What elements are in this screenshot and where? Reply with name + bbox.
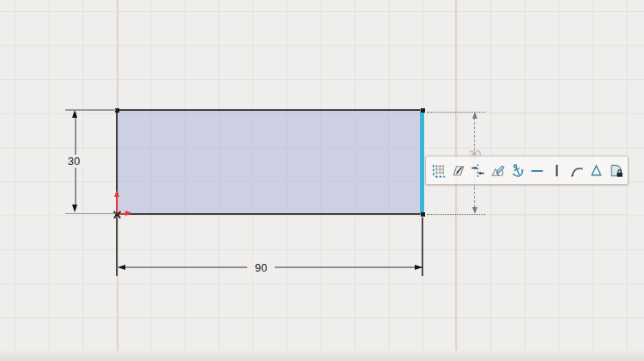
dim-value-width[interactable]: 90 — [247, 261, 275, 274]
edit-constraints-icon[interactable] — [489, 159, 506, 181]
origin-y-axis-arrowhead — [114, 190, 119, 197]
horizontal-constraint-icon[interactable] — [528, 159, 545, 181]
selected-edge-right[interactable] — [420, 109, 424, 215]
vertical-constraint-icon[interactable] — [548, 159, 565, 181]
dim-extension-line — [65, 213, 116, 215]
sketch-rectangle[interactable] — [116, 109, 423, 215]
mini-toolbar — [425, 156, 629, 185]
preview-extension-line-faded — [485, 112, 625, 113]
canvas-bottom-shade — [0, 351, 644, 361]
dim-value-height[interactable]: 30 — [60, 155, 88, 168]
tangent-arrow-icon[interactable] — [568, 159, 585, 181]
preview-dim-arrowhead — [472, 112, 477, 119]
dim-arrowhead — [118, 265, 125, 270]
vertex-point[interactable] — [421, 212, 425, 217]
draft-plane-arrow-icon[interactable] — [449, 159, 466, 181]
symmetric-triangle-icon[interactable] — [587, 159, 605, 181]
lock-constraint-icon[interactable] — [607, 159, 624, 181]
preview-dim-arrowhead — [472, 207, 477, 214]
dim-arrowhead — [72, 110, 77, 118]
flip-direction-icon[interactable] — [469, 159, 486, 181]
sketch-grid-icon[interactable] — [429, 159, 447, 181]
preview-extension-line-faded — [485, 214, 625, 215]
origin-x-axis-arrowhead — [125, 211, 132, 216]
sketch-canvas[interactable]: 30 90 30 — [0, 0, 644, 361]
dim-arrowhead — [72, 205, 77, 212]
anchor-constraint-icon[interactable] — [508, 159, 526, 181]
dim-arrowhead — [415, 265, 422, 270]
vertex-point[interactable] — [421, 108, 425, 113]
